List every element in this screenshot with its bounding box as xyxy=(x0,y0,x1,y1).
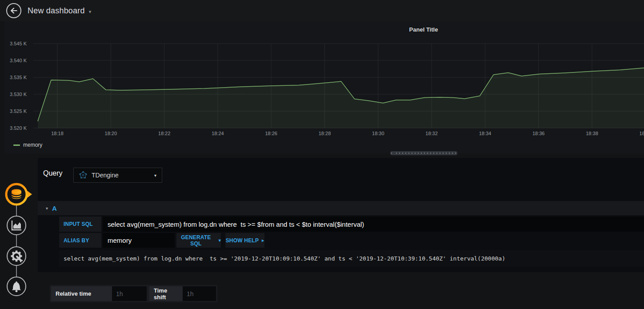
back-button[interactable] xyxy=(6,3,21,18)
legend-series-name[interactable]: memory xyxy=(23,142,42,148)
series-area-fill xyxy=(38,68,644,128)
y-axis-label: 3.520 K xyxy=(0,125,27,131)
generated-sql-text: select avg(mem_system) from log.dn where… xyxy=(59,250,644,267)
y-axis-label: 3.545 K xyxy=(0,41,27,46)
y-axis-label: 3.535 K xyxy=(0,75,27,80)
time-shift-label: Time shift xyxy=(149,286,183,301)
query-editor: Query TDengine ▾ ▾ A INPUT SQL ALIAS BY … xyxy=(38,158,644,272)
tab-general[interactable] xyxy=(7,246,26,266)
dashboard-title: New dashboard xyxy=(28,6,85,16)
tab-connector xyxy=(16,235,17,247)
chevron-right-icon: ▸ xyxy=(262,238,264,243)
y-axis-label: 3.540 K xyxy=(0,58,27,63)
top-navbar: New dashboard ▾ xyxy=(0,0,644,21)
panel-resize-handle[interactable] xyxy=(390,151,457,155)
x-axis-label: 18:38 xyxy=(579,131,605,136)
tab-queries[interactable] xyxy=(4,182,34,207)
x-axis-label: 18:26 xyxy=(258,131,284,136)
chevron-down-icon: ▾ xyxy=(89,7,92,15)
bell-icon xyxy=(11,281,22,292)
relative-time-field[interactable] xyxy=(112,286,147,301)
tdengine-logo-icon xyxy=(79,171,87,179)
x-axis-label: 18:20 xyxy=(97,131,124,136)
show-help-label: SHOW HELP xyxy=(226,237,259,244)
datasource-name: TDengine xyxy=(92,172,119,179)
y-axis-label: 3.525 K xyxy=(0,108,27,114)
gear-wrench-icon xyxy=(10,250,23,262)
x-axis-label: 18:24 xyxy=(204,131,231,136)
time-series-chart: 3.545 K3.540 K3.535 K3.530 K3.525 K3.520… xyxy=(0,21,644,153)
x-axis-label: 18:34 xyxy=(472,131,498,136)
relative-time-label: Relative time xyxy=(51,286,112,301)
input-sql-field[interactable] xyxy=(103,217,644,232)
time-shift-group: Time shift xyxy=(148,285,217,302)
alias-by-field[interactable] xyxy=(103,233,175,248)
area-chart-icon xyxy=(11,220,22,231)
tab-connector xyxy=(16,266,17,277)
arrow-left-icon xyxy=(9,6,18,15)
x-axis-label: 18:28 xyxy=(312,131,338,136)
grafana-panel-editor: New dashboard ▾ Panel Title 3.545 K3.540… xyxy=(0,0,644,309)
panel-editor-tabs xyxy=(0,178,36,309)
x-axis-label: 18:40 xyxy=(632,131,644,136)
chevron-down-icon: ▾ xyxy=(154,173,156,178)
datasource-picker[interactable]: TDengine ▾ xyxy=(73,168,162,183)
chart-canvas xyxy=(0,21,644,133)
y-axis-label: 3.530 K xyxy=(0,92,27,97)
time-shift-field[interactable] xyxy=(183,286,216,301)
show-help-button[interactable]: SHOW HELP ▸ xyxy=(225,233,264,248)
x-axis-label: 18:36 xyxy=(525,131,552,136)
query-section-title: Query xyxy=(43,169,63,177)
x-axis-label: 18:30 xyxy=(365,131,392,136)
legend: memory xyxy=(13,142,42,148)
query-row-header[interactable]: ▾ A xyxy=(38,201,644,215)
tab-alert[interactable] xyxy=(7,277,26,296)
collapse-caret-icon[interactable]: ▾ xyxy=(46,206,48,211)
query-ref-id: A xyxy=(52,205,57,212)
x-axis-label: 18:32 xyxy=(418,131,445,136)
generate-sql-button[interactable]: GENERATE SQL ▾ xyxy=(176,233,221,248)
alias-by-label: ALIAS BY xyxy=(59,233,101,248)
input-sql-label: INPUT SQL xyxy=(59,217,101,232)
x-axis-label: 18:18 xyxy=(44,131,71,136)
relative-time-group: Relative time xyxy=(50,285,148,302)
generate-sql-label: GENERATE SQL xyxy=(176,234,216,247)
tab-visualization[interactable] xyxy=(7,216,26,235)
x-axis-label: 18:22 xyxy=(151,131,178,136)
chevron-down-icon: ▾ xyxy=(219,238,221,243)
dashboard-title-dropdown[interactable]: New dashboard ▾ xyxy=(28,0,91,21)
database-icon xyxy=(4,182,34,207)
legend-color-swatch[interactable] xyxy=(13,144,20,146)
